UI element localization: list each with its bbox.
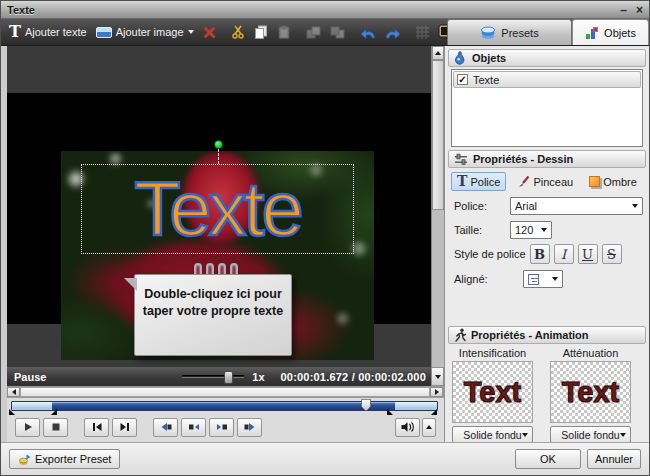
- rotation-handle[interactable]: [214, 140, 223, 149]
- fade-in-dropdown[interactable]: Solide fondu: [452, 426, 533, 442]
- objects-icon: [585, 26, 599, 40]
- align-dropdown[interactable]: [523, 270, 563, 288]
- next-frame-icon: [119, 422, 131, 432]
- image-icon: [96, 27, 112, 38]
- subtab-shadow[interactable]: Ombre: [584, 174, 642, 190]
- subtab-border[interactable]: Bordure: [648, 174, 649, 190]
- jump-start-icon: [159, 422, 173, 432]
- bring-forward-button[interactable]: [306, 26, 321, 39]
- step-forward-button[interactable]: [209, 418, 234, 437]
- object-label: Texte: [473, 74, 499, 86]
- undo-button[interactable]: [360, 26, 376, 39]
- fade-in-preview: Text: [452, 361, 533, 423]
- tab-objects[interactable]: Objets: [572, 19, 649, 45]
- grid-toggle-button[interactable]: [416, 26, 429, 39]
- speed-slider-thumb[interactable]: [224, 371, 233, 384]
- underline-button[interactable]: U: [578, 244, 598, 264]
- scroll-down-button[interactable]: [431, 367, 444, 386]
- step-back-icon: [187, 422, 201, 432]
- panel-tabs: Presets Objets: [447, 18, 649, 45]
- title-bar: Texte – ×: [1, 1, 649, 19]
- scroll-down-container: [431, 367, 444, 386]
- step-back-button[interactable]: [181, 418, 206, 437]
- scissors-icon: [231, 25, 245, 39]
- copy-button[interactable]: [254, 25, 268, 39]
- grid-icon: [416, 26, 429, 39]
- stop-button[interactable]: [43, 418, 68, 437]
- horizontal-scrollbar[interactable]: [7, 386, 444, 398]
- italic-button[interactable]: I: [554, 244, 574, 264]
- minimize-button[interactable]: –: [620, 4, 627, 16]
- subtab-font[interactable]: T Police: [451, 172, 506, 191]
- chevron-down-icon: [632, 204, 638, 208]
- timeline-main-region[interactable]: [52, 402, 395, 410]
- previous-frame-icon: [91, 422, 103, 432]
- bring-forward-icon: [306, 26, 321, 39]
- next-frame-button[interactable]: [112, 418, 137, 437]
- subtab-brush[interactable]: Pinceau: [512, 173, 578, 190]
- scroll-left-button[interactable]: [7, 387, 20, 397]
- window-title: Texte: [7, 4, 35, 16]
- add-text-button[interactable]: T Ajouter texte: [9, 24, 87, 40]
- trim-marker-icon[interactable]: [387, 409, 393, 415]
- delete-button[interactable]: [203, 26, 216, 39]
- volume-panel-toggle-button[interactable]: [422, 418, 436, 437]
- align-label: Aligné:: [454, 273, 510, 285]
- timeline-scrubber[interactable]: [7, 398, 444, 415]
- jump-start-button[interactable]: [153, 418, 178, 437]
- step-forward-icon: [215, 422, 229, 432]
- timeline-bar[interactable]: [11, 401, 438, 411]
- stop-icon: [50, 422, 62, 432]
- font-family-dropdown[interactable]: Arial: [510, 197, 643, 215]
- chevron-down-icon: [522, 433, 528, 437]
- shadow-icon: [589, 176, 600, 187]
- trim-marker-icon[interactable]: [431, 409, 437, 415]
- hint-note[interactable]: Double-cliquez ici pour taper votre prop…: [134, 274, 292, 356]
- jump-end-button[interactable]: [237, 418, 262, 437]
- ok-button[interactable]: OK: [515, 449, 581, 469]
- add-image-button[interactable]: Ajouter image: [96, 26, 194, 38]
- list-item[interactable]: ✓ Texte: [453, 71, 641, 88]
- chevron-down-icon: [620, 433, 626, 437]
- play-button[interactable]: [15, 418, 40, 437]
- horizontal-scroll-thumb[interactable]: [20, 387, 430, 397]
- speed-slider[interactable]: [182, 375, 244, 378]
- fade-out-label: Atténuation: [563, 347, 619, 359]
- cut-button[interactable]: [231, 25, 245, 39]
- scroll-up-button[interactable]: [432, 46, 444, 60]
- transport-controls: [7, 415, 444, 442]
- bold-button[interactable]: B: [530, 244, 550, 264]
- send-backward-button[interactable]: [330, 26, 345, 39]
- export-preset-icon: [18, 453, 31, 466]
- objects-list[interactable]: ✓ Texte: [451, 69, 643, 147]
- volume-button[interactable]: [395, 418, 420, 437]
- brush-icon: [517, 175, 530, 188]
- strikethrough-button[interactable]: S: [602, 244, 622, 264]
- fade-out-dropdown[interactable]: Solide fondu: [550, 426, 631, 442]
- paste-button[interactable]: [277, 25, 291, 39]
- vertical-scroll-thumb[interactable]: [432, 60, 444, 210]
- sliders-icon: [454, 153, 468, 165]
- scroll-right-button[interactable]: [430, 387, 443, 397]
- undo-icon: [360, 26, 376, 39]
- tab-presets[interactable]: Presets: [447, 19, 572, 45]
- text-overlay[interactable]: Texte: [81, 158, 354, 258]
- font-family-label: Police:: [454, 200, 510, 212]
- previous-frame-button[interactable]: [84, 418, 109, 437]
- jump-end-icon: [243, 422, 257, 432]
- preview-canvas[interactable]: Texte Double-cliquez ici pour taper votr…: [7, 46, 431, 367]
- vertical-scrollbar[interactable]: [431, 46, 444, 367]
- presets-icon: [480, 25, 496, 40]
- copy-icon: [254, 25, 268, 39]
- close-button[interactable]: ×: [636, 4, 643, 16]
- redo-button[interactable]: [385, 26, 401, 39]
- trim-marker-icon[interactable]: [9, 409, 15, 415]
- playback-status-bar: Pause 1x 00:00:01.672 / 00:00:02.000: [7, 367, 431, 386]
- checkbox[interactable]: ✓: [457, 74, 468, 85]
- timeline-fadein-region[interactable]: [12, 402, 52, 410]
- cancel-button[interactable]: Annuler: [587, 449, 641, 469]
- font-size-dropdown[interactable]: 120: [510, 221, 552, 239]
- trim-marker-icon[interactable]: [51, 409, 57, 415]
- export-preset-button[interactable]: Exporter Preset: [9, 449, 120, 469]
- send-backward-icon: [330, 26, 345, 39]
